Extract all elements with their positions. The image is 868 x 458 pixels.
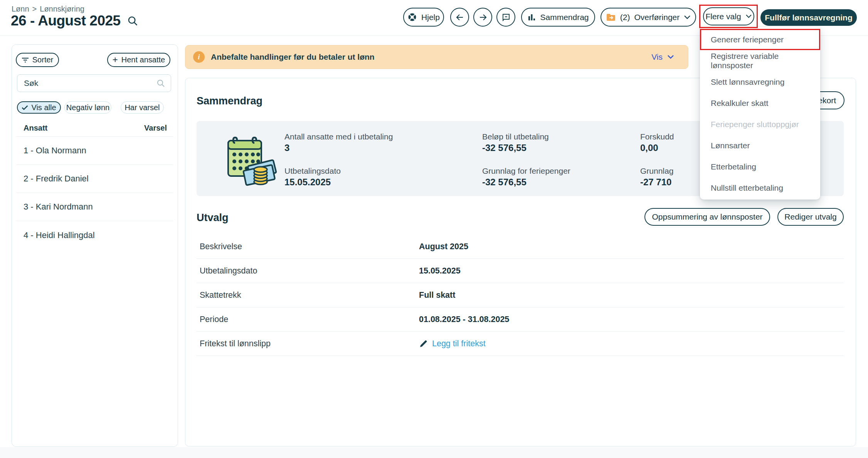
search-input[interactable]	[24, 79, 156, 88]
folder-arrow-icon	[606, 13, 616, 22]
breadcrumb-lonnskjoring[interactable]: Lønnskjøring	[40, 5, 84, 13]
breadcrumb: Lønn > Lønnskjøring	[12, 5, 84, 13]
transfers-label: Overføringer	[634, 13, 680, 22]
summary-stats-column: Antall ansatte med i utbetaling 3 Utbeta…	[284, 132, 393, 188]
payroll-summary-button[interactable]: Oppsummering av lønnsposter	[644, 208, 770, 226]
fetch-employees-label: Hent ansatte	[121, 55, 165, 64]
menu-item[interactable]: Registrere variable lønnsposter	[700, 50, 820, 71]
stat-label: Utbetalingsdato	[284, 166, 393, 176]
back-button[interactable]	[450, 8, 469, 27]
table-row: Utbetalingsdato 15.05.2025	[197, 259, 844, 283]
table-row: Beskrivelse August 2025	[197, 235, 844, 259]
menu-item: Feriepenger sluttoppgjør	[700, 114, 820, 135]
bar-chart-icon	[527, 13, 536, 22]
column-header-varsel[interactable]: Varsel	[144, 124, 167, 133]
selection-detail-table: Beskrivelse August 2025 Utbetalingsdato …	[197, 235, 844, 356]
stat-label: Forskudd	[640, 132, 674, 142]
page-title: 26 - August 2025	[11, 13, 121, 29]
menu-item[interactable]: Nullstill etterbetaling	[700, 177, 820, 198]
more-options-label: Flere valg	[705, 12, 741, 21]
row-label: Periode	[200, 315, 228, 324]
menu-item[interactable]: Etterbetaling	[700, 156, 820, 177]
pencil-icon	[419, 339, 428, 348]
life-buoy-icon	[407, 12, 417, 22]
filter-chip-vis-alle[interactable]: Vis alle	[17, 101, 61, 114]
stat-label: Grunnlag	[640, 166, 674, 176]
employee-list-item[interactable]: 3 - Kari Nordmann	[17, 193, 173, 221]
stat-label: Antall ansatte med i utbetaling	[284, 132, 393, 142]
menu-item[interactable]: Rekalkuler skatt	[700, 92, 820, 114]
menu-item[interactable]: Generer feriepenger	[700, 29, 820, 50]
stat-value: 3	[284, 143, 393, 153]
summary-stat: Beløp til utbetaling -32 576,55	[482, 132, 570, 153]
stat-label: Grunnlag for feriepenger	[482, 166, 570, 176]
employee-list-item[interactable]: 4 - Heidi Hallingdal	[17, 221, 173, 249]
recommended-actions-banner: i Anbefalte handlinger før du betaler ut…	[185, 45, 688, 69]
employee-list: 1 - Ola Normann 2 - Fredrik Daniel 3 - K…	[17, 137, 173, 249]
row-label: Beskrivelse	[200, 242, 242, 252]
filter-chip-har-varsel[interactable]: Har varsel	[121, 101, 164, 114]
selection-heading: Utvalg	[197, 212, 229, 224]
transfers-button[interactable]: (2) Overføringer	[601, 8, 696, 27]
menu-item[interactable]: Lønnsarter	[700, 135, 820, 156]
summary-stat: Utbetalingsdato 15.05.2025	[284, 166, 393, 188]
summary-heading: Sammendrag	[197, 95, 262, 107]
stat-label: Beløp til utbetaling	[482, 132, 570, 142]
stat-value: -32 576,55	[482, 143, 570, 153]
row-value: Full skatt	[419, 290, 455, 300]
speech-bubble-icon	[501, 13, 511, 22]
more-options-button[interactable]: Flere valg	[703, 7, 754, 25]
calendar-money-illustration	[221, 128, 283, 189]
add-freetext-link[interactable]: Legg til fritekst	[419, 339, 486, 349]
edit-selection-button[interactable]: Rediger utvalg	[777, 208, 844, 226]
row-label: Utbetalingsdato	[200, 266, 257, 276]
fetch-employees-button[interactable]: + Hent ansatte	[107, 53, 170, 67]
column-header-ansatt[interactable]: Ansatt	[24, 124, 47, 133]
stat-value: -27 710	[640, 177, 674, 188]
summary-label: Sammendrag	[540, 13, 589, 22]
help-label: Hjelp	[421, 13, 440, 22]
banner-show-label: Vis	[651, 52, 663, 62]
page-bottom-background	[0, 447, 868, 458]
employee-search	[17, 74, 171, 92]
menu-item[interactable]: Slett lønnsavregning	[700, 71, 820, 92]
forward-button[interactable]	[473, 8, 492, 27]
banner-text: Anbefalte handlinger før du betaler ut l…	[211, 52, 375, 62]
filter-lines-icon	[22, 57, 29, 63]
summary-stats-column: Forskudd 0,00 Grunnlag -27 710	[640, 132, 674, 188]
table-row: Skattetrekk Full skatt	[197, 283, 844, 307]
summary-stats-column: Beløp til utbetaling -32 576,55 Grunnlag…	[482, 132, 570, 188]
breadcrumb-lonn[interactable]: Lønn	[12, 5, 29, 13]
search-icon[interactable]	[127, 15, 138, 27]
row-label: Fritekst til lønnslipp	[200, 339, 271, 349]
employee-list-item[interactable]: 2 - Fredrik Daniel	[17, 165, 173, 193]
help-button[interactable]: Hjelp	[403, 8, 444, 27]
chevron-down-icon	[745, 14, 752, 18]
banner-show-toggle[interactable]: Vis	[651, 52, 674, 62]
chevron-down-icon	[667, 55, 674, 59]
magnifier-icon	[156, 79, 165, 88]
more-options-menu: Generer feriepenger Registrere variable …	[700, 27, 820, 200]
row-value: 15.05.2025	[419, 266, 461, 276]
info-icon: i	[193, 51, 205, 63]
plus-icon: +	[113, 54, 118, 65]
stat-value: 15.05.2025	[284, 177, 393, 188]
chevron-down-icon	[684, 15, 691, 20]
employee-list-item[interactable]: 1 - Ola Normann	[17, 137, 173, 165]
filter-chip-negativ-lønn[interactable]: Negativ lønn	[64, 101, 111, 114]
breadcrumb-separator: >	[32, 5, 37, 13]
complete-payroll-button[interactable]: Fullfør lønnsavregning	[760, 9, 857, 26]
summary-stat: Grunnlag -27 710	[640, 166, 674, 188]
row-value: August 2025	[419, 242, 468, 252]
comment-button[interactable]	[496, 8, 515, 27]
summary-button[interactable]: Sammendrag	[521, 8, 595, 27]
row-value: 01.08.2025 - 31.08.2025	[419, 315, 509, 324]
arrow-right-icon	[478, 13, 488, 22]
check-icon	[22, 105, 28, 110]
sort-label: Sorter	[32, 55, 53, 64]
row-label: Skattetrekk	[200, 290, 241, 300]
summary-stat: Forskudd 0,00	[640, 132, 674, 153]
stat-value: -32 576,55	[482, 177, 570, 188]
sort-button[interactable]: Sorter	[16, 53, 59, 67]
table-row: Periode 01.08.2025 - 31.08.2025	[197, 307, 844, 332]
